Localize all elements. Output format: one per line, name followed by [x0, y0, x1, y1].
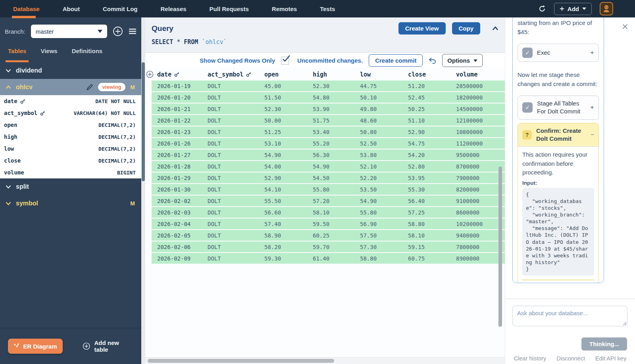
table-cell[interactable]: 52.50 — [360, 140, 408, 147]
table-cell[interactable]: 53.80 — [360, 152, 408, 158]
column-row[interactable]: closeDECIMAL(7,2) — [0, 155, 141, 167]
table-cell[interactable]: 52.30 — [264, 106, 313, 112]
table-cell[interactable]: 52.30 — [313, 83, 360, 89]
table-cell[interactable]: 58.20 — [264, 244, 313, 250]
column-row[interactable]: act_symbolVARCHAR(64) NOT NULL — [0, 107, 141, 119]
tab-views[interactable]: Views — [40, 48, 57, 62]
create-view-button[interactable]: Create View — [398, 22, 446, 34]
table-cell[interactable]: 59.50 — [313, 221, 360, 227]
table-cell[interactable]: DOLT — [208, 186, 264, 193]
column-row[interactable]: openDECIMAL(7,2) — [0, 119, 141, 131]
table-cell[interactable]: 2026-01-28 — [157, 163, 208, 170]
er-diagram-button[interactable]: ER Diagram — [8, 339, 63, 354]
table-cell[interactable]: 2026-01-22 — [157, 117, 208, 124]
table-cell[interactable]: 56.90 — [360, 221, 408, 227]
tool-call-stage-tables[interactable]: ✓ Stage All Tables For Dolt Commit + — [518, 96, 599, 120]
close-icon[interactable] — [622, 24, 628, 29]
nav-tab-pull-requests[interactable]: Pull Requests — [210, 6, 249, 12]
create-commit-button[interactable]: Create commit — [369, 54, 423, 67]
sidebar-table-dividend[interactable]: dividend — [0, 62, 141, 79]
table-cell[interactable]: 54.10 — [264, 186, 313, 193]
table-cell[interactable]: 2026-01-26 — [157, 140, 208, 147]
collapse-minus-icon[interactable]: − — [591, 131, 594, 138]
table-cell[interactable]: 49.80 — [360, 106, 408, 112]
table-cell[interactable]: DOLT — [208, 106, 264, 112]
show-changed-rows-label[interactable]: Show Changed Rows Only — [200, 57, 275, 64]
tab-definitions[interactable]: Definitions — [72, 48, 103, 62]
table-cell[interactable]: 57.30 — [360, 244, 408, 250]
table-cell[interactable]: 57.40 — [264, 221, 313, 227]
table-cell[interactable]: 60.25 — [313, 232, 360, 239]
table-cell[interactable]: 7900000 — [456, 175, 491, 181]
table-cell[interactable]: 9100000 — [456, 198, 491, 204]
horizontal-scrollbar[interactable] — [145, 357, 505, 364]
table-cell[interactable]: 58.10 — [313, 209, 360, 216]
disconnect-link[interactable]: Disconnect — [556, 355, 585, 362]
column-row[interactable]: volumeBIGINT — [0, 167, 141, 178]
table-cell[interactable]: 55.50 — [264, 198, 313, 204]
table-cell[interactable]: 54.90 — [313, 163, 360, 170]
table-cell[interactable]: 2026-01-29 — [157, 175, 208, 181]
resize-handle-icon[interactable] — [623, 322, 627, 326]
table-cell[interactable]: 9400000 — [456, 232, 491, 239]
expand-plus-icon[interactable]: + — [590, 103, 594, 111]
table-cell[interactable]: 55.20 — [313, 140, 360, 147]
table-cell[interactable]: 51.20 — [408, 83, 456, 89]
sql-editor[interactable]: SELECT * FROM `ohlcv` — [145, 35, 505, 49]
table-cell[interactable]: 11200000 — [456, 140, 491, 147]
add-button[interactable]: Add — [554, 3, 592, 15]
table-cell[interactable]: 51.25 — [264, 129, 313, 135]
table-cell[interactable]: DOLT — [208, 163, 264, 170]
column-header-low[interactable]: low — [360, 71, 408, 78]
table-cell[interactable]: 50.10 — [360, 94, 408, 101]
table-cell[interactable]: 53.95 — [408, 175, 456, 181]
table-cell[interactable]: 57.20 — [313, 198, 360, 204]
table-cell[interactable]: 52.90 — [408, 129, 456, 135]
table-cell[interactable]: 52.45 — [408, 94, 456, 101]
sidebar-table-split[interactable]: split — [0, 178, 141, 195]
table-cell[interactable]: 2026-01-20 — [157, 94, 208, 101]
table-cell[interactable]: 2026-01-23 — [157, 129, 208, 135]
confirmation-card-header[interactable]: ? Confirm: Create Dolt Commit − — [518, 123, 598, 147]
table-cell[interactable]: 45.00 — [264, 83, 313, 89]
table-cell[interactable]: 8200000 — [456, 186, 491, 193]
table-cell[interactable]: 7800000 — [456, 244, 491, 250]
table-cell[interactable]: 51.75 — [313, 117, 360, 124]
table-cell[interactable]: 52.10 — [360, 163, 408, 170]
table-cell[interactable]: 54.80 — [313, 94, 360, 101]
options-button[interactable]: Options — [442, 54, 483, 67]
table-cell[interactable]: 10800000 — [456, 129, 491, 135]
column-row[interactable]: highDECIMAL(7,2) — [0, 131, 141, 143]
table-cell[interactable]: 2026-01-19 — [157, 83, 208, 89]
table-cell[interactable]: 59.70 — [313, 244, 360, 250]
copy-button[interactable]: Copy — [452, 22, 481, 34]
table-cell[interactable]: 2026-01-21 — [157, 106, 208, 112]
column-row[interactable]: lowDECIMAL(7,2) — [0, 143, 141, 155]
table-cell[interactable]: DOLT — [208, 244, 264, 250]
add-row-icon[interactable] — [146, 71, 154, 78]
table-cell[interactable]: 50.00 — [264, 117, 313, 124]
table-cell[interactable]: 54.20 — [408, 152, 456, 158]
table-cell[interactable]: DOLT — [208, 140, 264, 147]
clear-history-link[interactable]: Clear history — [514, 355, 546, 362]
table-cell[interactable]: 56.60 — [264, 209, 313, 216]
edit-api-key-link[interactable]: Edit API key — [595, 355, 626, 362]
table-cell[interactable]: 8700000 — [456, 163, 491, 170]
table-cell[interactable]: 9500000 — [456, 152, 491, 158]
table-cell[interactable]: 54.00 — [264, 163, 313, 170]
table-cell[interactable]: 51.50 — [264, 94, 313, 101]
table-cell[interactable]: 53.10 — [264, 140, 313, 147]
table-cell[interactable]: 53.90 — [313, 106, 360, 112]
table-cell[interactable]: 44.75 — [360, 83, 408, 89]
table-cell[interactable]: 51.10 — [408, 117, 456, 124]
table-cell[interactable]: 59.30 — [264, 255, 313, 262]
branch-menu-icon[interactable] — [129, 28, 137, 34]
table-cell[interactable]: DOLT — [208, 129, 264, 135]
column-header-close[interactable]: close — [408, 71, 456, 78]
new-branch-button[interactable] — [113, 26, 123, 36]
table-cell[interactable]: 53.40 — [313, 129, 360, 135]
nav-tab-remotes[interactable]: Remotes — [272, 6, 297, 12]
nav-tab-database[interactable]: Database — [13, 6, 40, 12]
table-cell[interactable]: 54.75 — [408, 140, 456, 147]
table-cell[interactable]: 57.50 — [360, 232, 408, 239]
